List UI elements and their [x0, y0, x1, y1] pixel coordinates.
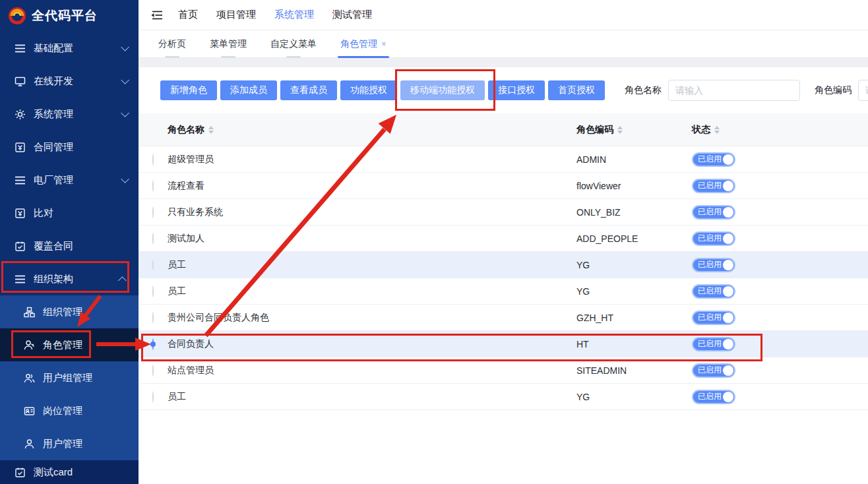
close-tab-icon[interactable]: × [381, 40, 387, 48]
row-radio[interactable] [152, 206, 154, 218]
sidebar-item-test-card[interactable]: 测试card [0, 460, 139, 484]
calendar-icon [15, 467, 26, 478]
status-toggle[interactable]: 已启用 [692, 205, 735, 220]
sidebar-item-user-group-mgmt[interactable]: 用户组管理 [0, 361, 139, 394]
row-radio[interactable] [152, 391, 154, 403]
sidebar-item-system-mgmt[interactable]: 系统管理 [0, 98, 139, 131]
role-code-cell: YG [576, 392, 692, 402]
sidebar-item-plant-mgmt[interactable]: 电厂管理 [0, 164, 139, 197]
tab-role-mgmt[interactable]: 角色管理 × [339, 30, 388, 57]
column-header-status[interactable]: 状态 [692, 124, 868, 136]
table-row[interactable]: 测试加人 ADD_PEOPLE 已启用 [139, 226, 868, 252]
table-row[interactable]: 贵州公司合同负责人角色 GZH_HT 已启用 [139, 305, 868, 331]
brand-swirl-icon [8, 7, 26, 25]
role-code-input[interactable] [858, 80, 868, 101]
sidebar-item-org-structure[interactable]: 组织架构 [0, 262, 139, 295]
homepage-auth-button[interactable]: 首页授权 [548, 80, 605, 100]
sidebar-item-online-dev[interactable]: 在线开发 [0, 65, 139, 98]
role-code-cell: GZH_HT [576, 313, 692, 323]
status-toggle[interactable]: 已启用 [692, 311, 735, 325]
column-header-role-name[interactable]: 角色名称 [168, 124, 576, 136]
sidebar-item-basic-config[interactable]: 基础配置 [0, 32, 139, 65]
row-radio[interactable] [152, 233, 154, 245]
role-code-filter-label: 角色编码 [815, 84, 852, 96]
status-toggle[interactable]: 已启用 [692, 231, 735, 246]
row-radio[interactable] [152, 259, 154, 271]
app-title: 全代码平台 [32, 7, 98, 24]
monitor-icon [15, 76, 26, 87]
nav-item-test-mgmt[interactable]: 测试管理 [332, 9, 372, 21]
table-row[interactable]: 只有业务系统 ONLY_BIZ 已启用 [139, 199, 868, 226]
add-member-button[interactable]: 添加成员 [220, 80, 277, 100]
function-auth-button[interactable]: 功能授权 [340, 80, 397, 100]
row-radio[interactable] [152, 365, 154, 377]
status-toggle[interactable]: 已启用 [692, 337, 735, 351]
sidebar-item-label: 用户组管理 [43, 372, 92, 384]
table-row[interactable]: 超级管理员 ADMIN 已启用 [139, 146, 868, 173]
nav-item-project-mgmt[interactable]: 项目管理 [216, 9, 256, 21]
table-row[interactable]: 员工 YG 已启用 [139, 252, 868, 278]
row-radio[interactable] [152, 154, 154, 166]
role-name-input[interactable] [668, 80, 800, 101]
status-toggle[interactable]: 已启用 [692, 390, 735, 404]
row-radio[interactable] [152, 286, 154, 297]
toggle-knob [723, 286, 733, 297]
view-members-button[interactable]: 查看成员 [280, 80, 337, 100]
menu-fold-icon[interactable] [150, 9, 164, 21]
sidebar-submenu-org: 组织管理 角色管理 用户组管理 岗位管理 用户管理 [0, 295, 139, 460]
table-row[interactable]: 站点管理员 SITEADMIN 已启用 [139, 357, 868, 384]
menu-lines-icon [15, 43, 26, 54]
api-auth-button[interactable]: 接口授权 [488, 80, 545, 100]
sidebar-item-label: 系统管理 [34, 108, 73, 121]
tab-analysis-page[interactable]: 分析页 [157, 30, 187, 57]
toggle-knob [723, 392, 733, 402]
tab-active-underline [338, 56, 389, 58]
role-name-cell: 员工 [168, 286, 576, 297]
nav-item-system-mgmt[interactable]: 系统管理 [274, 9, 314, 21]
main-area: 首页 项目管理 系统管理 测试管理 分析页 菜单管理 自定义菜单 角色管理 × [139, 0, 868, 484]
sort-icons[interactable] [208, 126, 214, 134]
row-radio[interactable] [152, 312, 154, 324]
role-name-filter-label: 角色名称 [625, 84, 662, 96]
status-toggle[interactable]: 已启用 [692, 179, 735, 193]
status-toggle[interactable]: 已启用 [692, 258, 735, 272]
app-logo: 全代码平台 [0, 0, 139, 32]
sort-icons[interactable] [714, 126, 720, 134]
row-radio[interactable] [152, 180, 154, 192]
chevron-down-icon [121, 175, 129, 183]
status-toggle[interactable]: 已启用 [692, 363, 735, 378]
sidebar-item-label: 电厂管理 [34, 174, 73, 187]
status-toggle[interactable]: 已启用 [692, 284, 735, 299]
tab-menu-mgmt[interactable]: 菜单管理 [208, 30, 248, 57]
column-header-role-code[interactable]: 角色编码 [576, 124, 692, 136]
add-role-button[interactable]: 新增角色 [160, 80, 217, 100]
sidebar-item-compare[interactable]: 比对 [0, 197, 139, 229]
status-toggle[interactable]: 已启用 [692, 152, 735, 167]
sidebar-item-label: 组织架构 [34, 273, 73, 286]
role-name-cell: 站点管理员 [168, 365, 576, 377]
table-row-selected[interactable]: 合同负责人 HT 已启用 [139, 331, 868, 357]
sidebar-item-org-mgmt[interactable]: 组织管理 [0, 295, 139, 328]
role-name-cell: 员工 [168, 391, 576, 403]
mobile-function-auth-button[interactable]: 移动端功能授权 [400, 80, 485, 100]
sidebar-item-cover-contract[interactable]: 覆盖合同 [0, 229, 139, 262]
sidebar-item-contract-mgmt[interactable]: 合同管理 [0, 131, 139, 164]
sort-icons[interactable] [617, 126, 623, 134]
sidebar-item-role-mgmt[interactable]: 角色管理 [0, 328, 139, 361]
role-code-cell: ONLY_BIZ [576, 207, 692, 218]
role-code-cell: HT [576, 339, 692, 349]
filter-bar: 角色名称 角色编码 [625, 80, 868, 101]
table-row[interactable]: 员工 YG 已启用 [139, 278, 868, 305]
tab-underline [286, 56, 301, 58]
gear-icon [15, 109, 26, 120]
row-radio-selected[interactable] [152, 338, 154, 350]
sidebar-item-post-mgmt[interactable]: 岗位管理 [0, 394, 139, 427]
sidebar-item-user-mgmt[interactable]: 用户管理 [0, 427, 139, 460]
table-row[interactable]: 员工 YG 已启用 [139, 384, 868, 410]
table-row[interactable]: 流程查看 flowViewer 已启用 [139, 173, 868, 199]
tab-custom-menu[interactable]: 自定义菜单 [269, 30, 318, 57]
toggle-knob [723, 365, 733, 376]
nav-item-home[interactable]: 首页 [178, 9, 198, 21]
chevron-down-icon [121, 76, 129, 84]
role-code-cell: ADMIN [576, 154, 692, 165]
